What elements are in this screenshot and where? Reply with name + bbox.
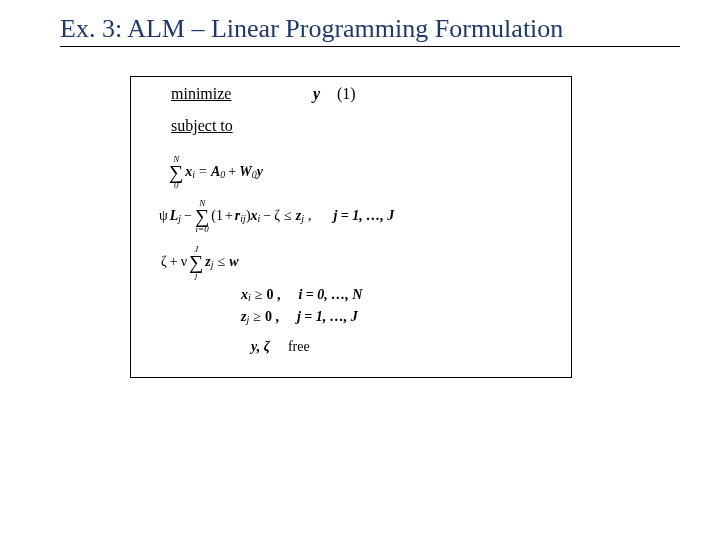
constraint-5: z j ≥ 0 , j = 1, …, J — [241, 309, 358, 325]
free-vars: y, ζ — [251, 339, 270, 355]
ge: ≥ — [255, 287, 263, 303]
minimize-label: minimize — [171, 85, 231, 103]
sum-icon: N ∑ i=0 — [195, 199, 209, 233]
sigma-symbol: ∑ — [189, 253, 203, 271]
plus: + — [170, 254, 178, 270]
zeta: ζ — [161, 254, 167, 270]
objective-variable: y — [313, 85, 320, 103]
sub-zj: j — [246, 314, 249, 325]
range-i: i = 0, …, N — [298, 287, 362, 303]
var-y: y — [257, 164, 263, 180]
range-j: j = 1, …, J — [297, 309, 358, 325]
sum-lower: j — [195, 271, 198, 279]
psi: ψ — [159, 208, 168, 224]
plus: + — [225, 208, 233, 224]
var-A: A — [211, 164, 220, 180]
sub-zj: j — [211, 259, 214, 270]
sum-icon: N ∑ 0 — [169, 155, 183, 189]
constraint-6: y, ζ free — [251, 339, 310, 355]
sigma-symbol: ∑ — [195, 207, 209, 225]
zeta: ζ — [274, 208, 280, 224]
sub-xi: i — [248, 292, 251, 303]
minus: − — [263, 208, 271, 224]
ge: ≥ — [253, 309, 261, 325]
minus: − — [184, 208, 192, 224]
le: ≤ — [218, 254, 226, 270]
constraint-3: ζ + ν J ∑ j z j ≤ w — [161, 245, 239, 279]
formulation-box: minimize y (1) subject to N ∑ 0 x i = A … — [130, 76, 572, 378]
le: ≤ — [284, 208, 292, 224]
sub-rij: ij — [240, 213, 246, 224]
zero: 0 , — [265, 309, 279, 325]
sigma-symbol: ∑ — [169, 163, 183, 181]
var-w: w — [229, 254, 238, 270]
subject-to-label: subject to — [171, 117, 233, 135]
sub-A0: 0 — [220, 169, 225, 180]
constraint-1: N ∑ 0 x i = A 0 + W 0 y — [169, 155, 263, 189]
constraint-2: ψ L j − N ∑ i=0 ( 1 + r ij ) x i − ζ ≤ z… — [159, 199, 394, 233]
sub-zj: j — [301, 213, 304, 224]
constraint-4: x i ≥ 0 , i = 0, …, N — [241, 287, 362, 303]
range-j: j = 1, …, J — [333, 208, 394, 224]
nu: ν — [181, 254, 187, 270]
plus: + — [228, 164, 236, 180]
sub-i: i — [192, 169, 195, 180]
sub-W0: 0 — [252, 169, 257, 180]
free-label: free — [288, 339, 310, 355]
sub-xi: i — [258, 213, 261, 224]
sum-icon: J ∑ j — [189, 245, 203, 279]
sub-Lj: j — [178, 213, 181, 224]
slide-title: Ex. 3: ALM – Linear Programming Formulat… — [60, 14, 680, 47]
equation-number: (1) — [337, 85, 356, 103]
var-x: x — [251, 208, 258, 224]
sum-lower: i=0 — [196, 225, 209, 233]
var-x: x — [241, 287, 248, 303]
zero: 0 , — [266, 287, 280, 303]
comma: , — [308, 208, 312, 224]
sum-lower: 0 — [174, 181, 179, 189]
var-x: x — [185, 164, 192, 180]
var-W: W — [239, 164, 251, 180]
one: 1 — [216, 208, 223, 224]
equals: = — [199, 164, 207, 180]
